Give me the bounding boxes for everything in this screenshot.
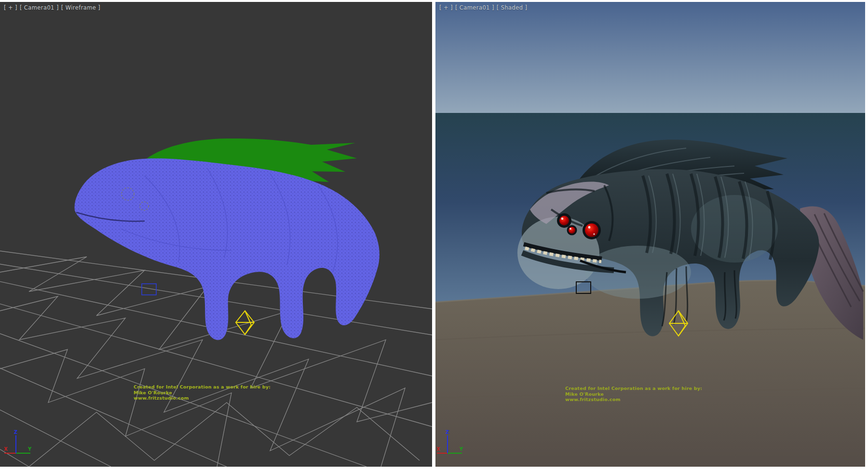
axis-y-label: Y — [27, 446, 32, 452]
world-axis-tripod: X Y Z — [0, 429, 39, 463]
viewport-menu-shading[interactable]: [ Wireframe ] — [61, 4, 100, 11]
fish-body[interactable] — [74, 158, 379, 340]
axis-x-label: X — [436, 446, 440, 452]
axis-x-label: X — [4, 446, 8, 452]
fish-eye — [559, 216, 569, 225]
axis-z-label: Z — [14, 430, 17, 435]
fish-eye-large — [585, 223, 598, 237]
scene-credit-text: Created for Intel Corporation as a work … — [134, 384, 271, 401]
viewport-menu-general[interactable]: [ + ] — [439, 4, 453, 11]
viewport-label: [ + ] [ Camera01 ] [ Wireframe ] — [4, 4, 100, 11]
viewport-menu-camera[interactable]: [ Camera01 ] — [20, 4, 59, 11]
world-axis-tripod: X Y Z — [435, 429, 474, 463]
axis-y-label: Y — [459, 446, 463, 452]
axis-z-label: Z — [446, 430, 449, 435]
viewport-menu-general[interactable]: [ + ] — [4, 4, 17, 11]
scene-credit-text: Created for Intel Corporation as a work … — [565, 386, 702, 403]
viewport-camera01-shaded[interactable]: [ + ] [ Camera01 ] [ Shaded ] — [435, 2, 865, 467]
viewport-menu-shading[interactable]: [ Shaded ] — [497, 4, 528, 11]
viewport-menu-camera[interactable]: [ Camera01 ] — [455, 4, 494, 11]
viewport-label: [ + ] [ Camera01 ] [ Shaded ] — [439, 4, 527, 11]
sky — [435, 2, 865, 114]
fish-eye-small — [569, 227, 575, 234]
viewport-camera01-wireframe[interactable]: [ + ] [ Camera01 ] [ Wireframe ] — [0, 2, 432, 467]
bone-helper-diamond[interactable] — [236, 311, 254, 334]
